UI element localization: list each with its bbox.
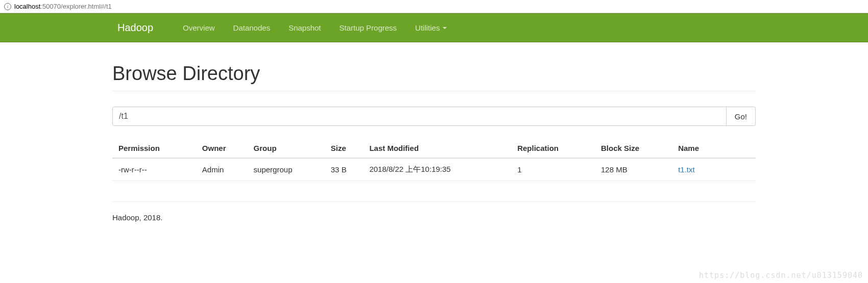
cell-name: t1.txt xyxy=(672,158,756,181)
info-icon: i xyxy=(4,3,11,10)
nav-snapshot[interactable]: Snapshot xyxy=(279,14,330,42)
path-input-group: Go! xyxy=(112,107,756,126)
cell-group: supergroup xyxy=(248,158,325,181)
th-owner: Owner xyxy=(196,139,248,158)
table-row: -rw-r--r-- Admin supergroup 33 B 2018/8/… xyxy=(112,158,756,181)
table-header-row: Permission Owner Group Size Last Modifie… xyxy=(112,139,756,158)
nav-utilities[interactable]: Utilities xyxy=(406,14,456,42)
nav-overview-label: Overview xyxy=(183,23,215,32)
url-rest: :50070/explorer.html#/t1 xyxy=(40,3,111,10)
top-navbar: Hadoop Overview Datanodes Snapshot Start… xyxy=(0,13,868,42)
chevron-down-icon xyxy=(443,27,447,29)
browser-address-bar: i localhost:50070/explorer.html#/t1 xyxy=(0,0,868,13)
nav-utilities-label: Utilities xyxy=(415,23,440,32)
th-permission: Permission xyxy=(112,139,196,158)
th-size: Size xyxy=(325,139,364,158)
th-block-size: Block Size xyxy=(595,139,672,158)
footer-text: Hadoop, 2018. xyxy=(112,201,756,222)
nav-startup-progress[interactable]: Startup Progress xyxy=(330,14,406,42)
main-container: Browse Directory Go! Permission Owner Gr… xyxy=(102,42,766,242)
nav-overview[interactable]: Overview xyxy=(174,14,224,42)
th-replication: Replication xyxy=(511,139,595,158)
url-text[interactable]: localhost:50070/explorer.html#/t1 xyxy=(14,3,112,10)
url-host: localhost xyxy=(14,3,40,10)
cell-replication: 1 xyxy=(511,158,595,181)
nav-snapshot-label: Snapshot xyxy=(288,23,321,32)
path-input[interactable] xyxy=(112,107,727,126)
cell-size: 33 B xyxy=(325,158,364,181)
cell-owner: Admin xyxy=(196,158,248,181)
file-table: Permission Owner Group Size Last Modifie… xyxy=(112,139,756,181)
cell-block-size: 128 MB xyxy=(595,158,672,181)
nav-datanodes-label: Datanodes xyxy=(233,23,271,32)
th-name: Name xyxy=(672,139,756,158)
th-last-modified: Last Modified xyxy=(363,139,511,158)
cell-last-modified: 2018/8/22 上午10:19:35 xyxy=(363,158,511,181)
go-button[interactable]: Go! xyxy=(727,107,756,126)
nav-datanodes[interactable]: Datanodes xyxy=(224,14,280,42)
page-title: Browse Directory xyxy=(112,63,756,91)
th-group: Group xyxy=(248,139,325,158)
nav-startup-progress-label: Startup Progress xyxy=(340,23,397,32)
cell-permission: -rw-r--r-- xyxy=(112,158,196,181)
brand-label[interactable]: Hadoop xyxy=(112,22,158,34)
file-link[interactable]: t1.txt xyxy=(678,165,695,174)
